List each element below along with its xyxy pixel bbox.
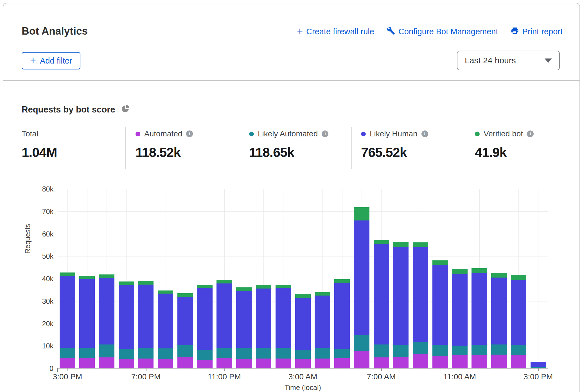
bar-segment-likely-human bbox=[413, 247, 428, 342]
bar-segment-verified-bot bbox=[295, 294, 311, 298]
x-tick-mark bbox=[538, 368, 539, 371]
chart-bar-4-00-am[interactable] bbox=[315, 292, 330, 368]
stat-total: Total 1.04M bbox=[22, 129, 57, 160]
chart-bar-7-00-pm[interactable] bbox=[138, 281, 154, 368]
chart-bar-10-00-am[interactable] bbox=[432, 260, 448, 368]
bar-segment-verified-bot bbox=[491, 273, 507, 278]
bar-segment-verified-bot bbox=[452, 269, 468, 274]
bar-segment-automated bbox=[354, 351, 369, 368]
chart-bar-3-00-pm[interactable] bbox=[60, 272, 75, 368]
stat-likely-automated-label: Likely Automated bbox=[258, 129, 318, 138]
x-tick-mark bbox=[67, 368, 68, 371]
automated-legend-dot bbox=[136, 132, 140, 136]
likely-automated-legend-dot bbox=[249, 132, 254, 136]
chart-bar-1-00-pm[interactable] bbox=[491, 273, 507, 368]
add-filter-label: Add filter bbox=[40, 56, 72, 66]
bar-segment-automated bbox=[256, 359, 271, 368]
chart-bar-5-00-pm[interactable] bbox=[99, 274, 114, 368]
x-tick-label: 11:00 AM bbox=[434, 372, 485, 381]
print-report-link[interactable]: Print report bbox=[511, 26, 563, 37]
bar-segment-automated bbox=[99, 357, 114, 368]
bar-segment-verified-bot bbox=[236, 287, 252, 291]
chart-bar-1-00-am[interactable] bbox=[256, 285, 271, 368]
chart-bar-3-00-pm[interactable] bbox=[531, 362, 546, 368]
bar-segment-likely-human bbox=[354, 220, 369, 335]
info-icon[interactable]: i bbox=[186, 130, 193, 137]
chart-bar-11-00-am[interactable] bbox=[452, 269, 468, 368]
bot-analytics-panel: Bot Analytics + Create firewall rule Con… bbox=[3, 3, 580, 392]
pie-chart-icon bbox=[121, 104, 130, 115]
chart-bar-8-00-pm[interactable] bbox=[158, 290, 173, 368]
bar-segment-verified-bot bbox=[216, 280, 232, 283]
section-title: Requests by bot score bbox=[22, 104, 130, 115]
bar-segment-likely-automated bbox=[197, 350, 213, 360]
bar-segment-likely-automated bbox=[354, 335, 369, 351]
x-tick-label: 3:00 PM bbox=[42, 372, 93, 381]
bar-segment-likely-human bbox=[276, 288, 291, 348]
chart-bar-2-00-pm[interactable] bbox=[511, 275, 526, 368]
x-tick-label: 3:00 PM bbox=[513, 372, 563, 381]
bar-segment-automated bbox=[452, 355, 468, 368]
bar-segment-likely-human bbox=[256, 289, 271, 348]
bar-segment-likely-automated bbox=[60, 348, 75, 358]
bar-segment-automated bbox=[432, 356, 448, 368]
bar-segment-likely-human bbox=[119, 285, 134, 348]
bar-segment-likely-human bbox=[79, 279, 95, 348]
chart-bar-9-00-pm[interactable] bbox=[177, 293, 193, 368]
configure-bot-management-link[interactable]: Configure Bot Management bbox=[387, 26, 498, 37]
bar-segment-likely-automated bbox=[158, 348, 173, 359]
configure-bot-management-label: Configure Bot Management bbox=[398, 27, 498, 36]
print-report-label: Print report bbox=[522, 27, 563, 36]
bar-segment-likely-human bbox=[60, 276, 75, 348]
bar-segment-likely-automated bbox=[491, 344, 507, 355]
info-icon[interactable]: i bbox=[527, 130, 534, 137]
x-axis-labels: 3:00 PM7:00 PM11:00 PM3:00 AM7:00 AM11:0… bbox=[58, 372, 548, 384]
info-icon[interactable]: i bbox=[322, 130, 328, 137]
y-tick-label: 50k bbox=[12, 252, 53, 260]
bar-segment-automated bbox=[295, 359, 311, 368]
info-icon[interactable]: i bbox=[421, 130, 428, 137]
bar-segment-likely-human bbox=[432, 265, 448, 345]
stat-verified-bot-value: 41.9k bbox=[475, 145, 534, 160]
chart-bar-12-00-am[interactable] bbox=[236, 287, 252, 368]
time-range-dropdown[interactable]: Last 24 hours bbox=[457, 51, 560, 70]
bar-segment-verified-bot bbox=[374, 240, 389, 244]
chart-bar-11-00-pm[interactable] bbox=[216, 280, 232, 368]
chart-bar-8-00-am[interactable] bbox=[393, 242, 409, 368]
stat-automated: Automated i 118.52k bbox=[136, 129, 193, 160]
chart-bar-6-00-am[interactable] bbox=[354, 207, 369, 368]
bar-segment-likely-automated bbox=[393, 345, 409, 357]
bar-segment-likely-automated bbox=[472, 345, 487, 355]
chart-bar-6-00-pm[interactable] bbox=[119, 281, 134, 368]
bar-segment-likely-automated bbox=[334, 349, 350, 358]
chart-bar-3-00-am[interactable] bbox=[295, 294, 311, 368]
x-axis-origin-tick bbox=[57, 368, 58, 372]
bar-segment-likely-human bbox=[491, 278, 507, 344]
bar-segment-likely-human bbox=[158, 294, 173, 348]
requests-by-bot-score-chart[interactable] bbox=[58, 189, 548, 368]
chart-bar-5-00-am[interactable] bbox=[334, 279, 350, 368]
y-tick-label: 60k bbox=[12, 230, 53, 238]
bar-segment-verified-bot bbox=[99, 274, 114, 278]
chart-bar-12-00-pm[interactable] bbox=[472, 268, 487, 368]
stat-likely-human: Likely Human i 765.52k bbox=[361, 129, 428, 160]
chart-bar-10-00-pm[interactable] bbox=[197, 285, 213, 368]
bar-segment-verified-bot bbox=[138, 281, 154, 285]
create-firewall-rule-link[interactable]: + Create firewall rule bbox=[297, 27, 374, 36]
add-filter-button[interactable]: + Add filter bbox=[22, 52, 80, 69]
chart-bar-7-00-am[interactable] bbox=[374, 240, 389, 368]
chart-bar-2-00-am[interactable] bbox=[276, 285, 291, 368]
bar-segment-likely-human bbox=[197, 288, 213, 350]
x-tick-label: 7:00 PM bbox=[121, 372, 171, 381]
bar-segment-likely-human bbox=[99, 278, 114, 344]
y-tick-label: 40k bbox=[12, 274, 53, 283]
bar-segment-automated bbox=[334, 358, 350, 368]
section-title-label: Requests by bot score bbox=[22, 105, 115, 115]
x-tick-mark bbox=[224, 368, 225, 371]
y-tick-label: 20k bbox=[12, 319, 53, 328]
chart-bar-4-00-pm[interactable] bbox=[79, 276, 95, 368]
bar-segment-likely-automated bbox=[119, 349, 134, 359]
bar-segment-automated bbox=[177, 357, 193, 368]
chart-bar-9-00-am[interactable] bbox=[413, 242, 428, 368]
bar-segment-verified-bot bbox=[531, 362, 546, 362]
